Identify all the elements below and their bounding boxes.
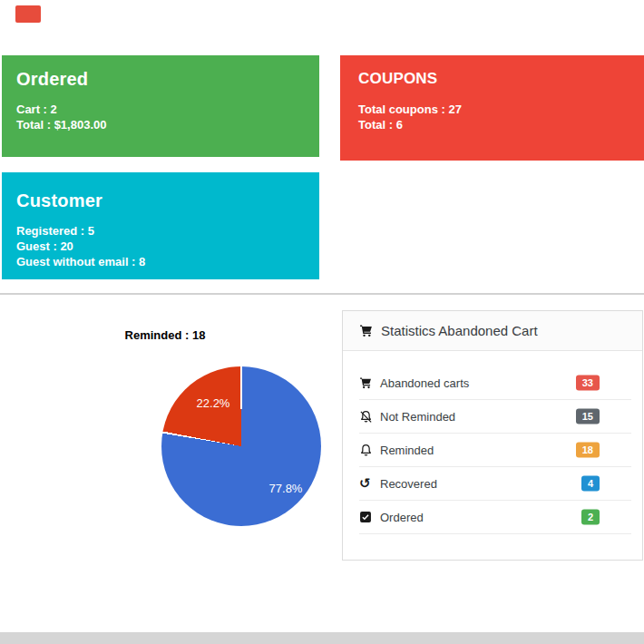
pie-slice-label-red: 22.2% — [197, 396, 230, 410]
stats-row-label: Abandoned carts — [380, 376, 469, 390]
stats-row-abandoned-carts[interactable]: Abandoned carts 33 — [359, 366, 631, 400]
shopping-cart-icon — [359, 324, 373, 337]
check-square-icon — [359, 511, 375, 523]
bottom-bar — [0, 632, 644, 644]
bell-icon — [359, 444, 375, 457]
customer-registered: Registered : 5 — [16, 223, 305, 239]
stats-row-label: Not Reminded — [380, 410, 455, 424]
stats-badge: 2 — [581, 510, 600, 525]
stats-badge: 4 — [581, 476, 600, 492]
stats-badge: 15 — [576, 409, 600, 424]
customer-guest: Guest : 20 — [16, 239, 305, 254]
panel-header: Statistics Abandoned Cart — [343, 311, 642, 351]
stats-badge: 33 — [576, 376, 600, 391]
customer-card: Customer Registered : 5 Guest : 20 Guest… — [2, 172, 319, 279]
ordered-card-title: Ordered — [16, 69, 305, 90]
history-icon: ↺ — [359, 477, 375, 490]
customer-card-title: Customer — [16, 190, 305, 211]
coupons-card-title: COUPONS — [358, 70, 626, 88]
pie-slice-label-blue: 77.8% — [269, 482, 303, 495]
coupons-card: COUPONS Total coupons : 27 Total : 6 — [340, 55, 644, 161]
ordered-cart-count: Cart : 2 — [16, 102, 305, 117]
ordered-total: Total : $1,803.00 — [16, 117, 305, 132]
stats-list: Abandoned carts 33 Not Reminded 15 Re — [359, 366, 631, 534]
top-left-red-badge — [15, 5, 41, 23]
statistics-abandoned-cart-panel: Statistics Abandoned Cart Abandoned cart… — [342, 310, 643, 561]
panel-title: Statistics Abandoned Cart — [381, 323, 538, 338]
customer-guest-no-email: Guest without email : 8 — [16, 254, 305, 269]
shopping-cart-icon — [359, 376, 375, 389]
reminded-pie-chart: 77.8% 22.2% — [161, 366, 321, 526]
stats-badge: 18 — [576, 443, 600, 458]
stats-row-recovered[interactable]: ↺ Recovered 4 — [359, 467, 631, 501]
pie-chart-title: Reminded : 18 — [0, 328, 330, 342]
stats-row-reminded[interactable]: Reminded 18 — [359, 434, 631, 467]
coupons-total: Total : 6 — [358, 117, 626, 132]
stats-row-label: Reminded — [380, 444, 434, 457]
stats-row-label: Recovered — [380, 477, 437, 491]
ordered-card: Ordered Cart : 2 Total : $1,803.00 — [2, 55, 319, 157]
stats-row-not-reminded[interactable]: Not Reminded 15 — [359, 400, 631, 434]
section-divider — [0, 293, 644, 295]
bell-slash-icon — [359, 410, 375, 424]
stats-row-ordered[interactable]: Ordered 2 — [359, 501, 631, 534]
coupons-total-count: Total coupons : 27 — [358, 102, 626, 117]
stats-row-label: Ordered — [380, 511, 424, 524]
